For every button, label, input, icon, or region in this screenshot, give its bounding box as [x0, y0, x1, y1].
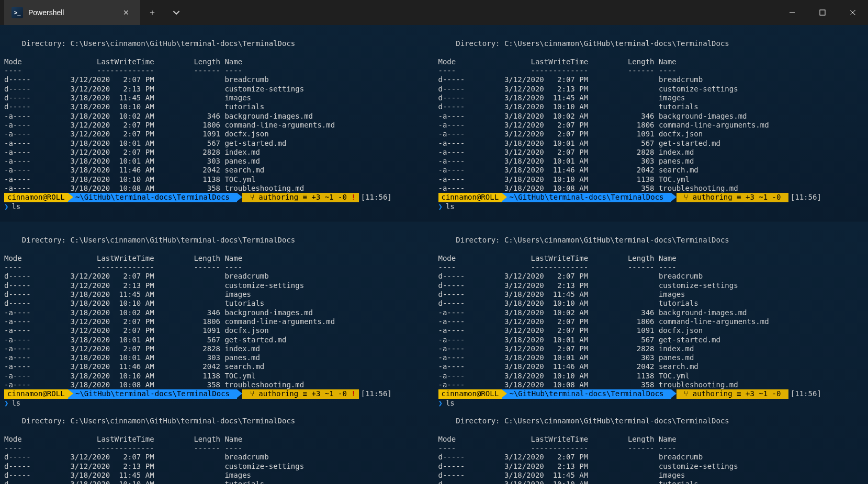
listing-row: d----- 3/18/2020 11:45 AM images	[438, 471, 864, 480]
listing-header: Mode LastWriteTime Length Name	[438, 254, 864, 263]
listing-row: d----- 3/12/2020 2:13 PM customize-setti…	[438, 85, 864, 94]
listing-row: d----- 3/18/2020 10:10 AM tutorials	[4, 299, 430, 308]
listing-row: d----- 3/18/2020 11:45 AM images	[4, 94, 430, 102]
tab-powershell[interactable]: >_ Powershell ✕	[4, 0, 140, 25]
prompt-time: [11:56]	[359, 193, 395, 202]
maximize-button[interactable]	[807, 0, 838, 25]
prompt-branch: ⑂ authoring ≡ +3 ~1 -0 !	[242, 389, 358, 398]
listing-row: d----- 3/18/2020 10:10 AM tutorials	[438, 102, 864, 111]
listing-row: -a---- 3/18/2020 10:10 AM 1138 TOC.yml	[438, 175, 864, 184]
prompt-branch: ⑂ authoring ≡ +3 ~1 -0	[677, 193, 788, 202]
listing-row: -a---- 3/12/2020 2:07 PM 2828 index.md	[4, 148, 430, 157]
tab-dropdown-button[interactable]	[164, 0, 188, 25]
listing-row: d----- 3/18/2020 11:45 AM images	[4, 471, 430, 480]
prompt-time: [11:56]	[788, 193, 825, 202]
prompt-branch: ⑂ authoring ≡ +3 ~1 -0 !	[242, 193, 358, 202]
listing-row: -a---- 3/12/2020 2:07 PM 1091 docfx.json	[4, 326, 430, 335]
listing-header: Mode LastWriteTime Length Name	[4, 57, 430, 66]
listing-row: d----- 3/18/2020 10:10 AM tutorials	[4, 102, 430, 111]
listing-row: d----- 3/12/2020 2:13 PM customize-setti…	[438, 281, 864, 290]
directory-line: Directory: C:\Users\cinnamon\GitHub\term…	[438, 417, 864, 425]
listing-row: -a---- 3/18/2020 10:02 AM 346 background…	[438, 308, 864, 317]
close-window-button[interactable]	[838, 0, 868, 25]
new-tab-button[interactable]: ＋	[140, 0, 164, 25]
pane-bottom-right[interactable]: Directory: C:\Users\cinnamon\GitHub\term…	[434, 222, 869, 484]
command-line[interactable]: ❯ls	[438, 202, 864, 211]
listing-row: -a---- 3/18/2020 10:08 AM 358 troublesho…	[438, 381, 864, 389]
listing-row: d----- 3/12/2020 2:13 PM customize-setti…	[4, 281, 430, 290]
listing-row: -a---- 3/18/2020 10:01 AM 303 panes.md	[438, 157, 864, 166]
listing-row: d----- 3/18/2020 11:45 AM images	[438, 94, 864, 102]
listing-row: d----- 3/18/2020 10:10 AM tutorials	[4, 480, 430, 484]
listing-row: d----- 3/12/2020 2:07 PM breadcrumb	[4, 453, 430, 462]
listing-rule: ---- ------------- ------ ----	[4, 66, 430, 75]
listing-row: -a---- 3/12/2020 2:07 PM 1091 docfx.json	[438, 326, 864, 335]
directory-line: Directory: C:\Users\cinnamon\GitHub\term…	[438, 236, 864, 245]
listing-row: -a---- 3/18/2020 11:46 AM 2042 search.md	[4, 362, 430, 371]
listing-row: d----- 3/18/2020 10:10 AM tutorials	[438, 480, 864, 484]
prompt-line: cinnamon@ROLL ~\GitHub\terminal-docs\Ter…	[4, 193, 430, 202]
minimize-button[interactable]	[777, 0, 807, 25]
prompt-path: ~\GitHub\terminal-docs\TerminalDocs	[502, 389, 671, 398]
listing-header: Mode LastWriteTime Length Name	[4, 254, 430, 263]
listing-row: -a---- 3/18/2020 11:46 AM 2042 search.md	[438, 166, 864, 175]
listing-row: d----- 3/18/2020 10:10 AM tutorials	[438, 299, 864, 308]
listing-row: -a---- 3/18/2020 10:01 AM 303 panes.md	[4, 157, 430, 166]
titlebar: >_ Powershell ✕ ＋	[0, 0, 868, 25]
pane-bottom-left[interactable]: Directory: C:\Users\cinnamon\GitHub\term…	[0, 222, 434, 484]
listing-row: -a---- 3/18/2020 10:10 AM 1138 TOC.yml	[4, 175, 430, 184]
command-text: ls	[446, 399, 455, 408]
window-controls	[777, 0, 868, 25]
listing-row: d----- 3/12/2020 2:13 PM customize-setti…	[438, 462, 864, 471]
tab-title: Powershell	[28, 8, 64, 17]
prompt-path: ~\GitHub\terminal-docs\TerminalDocs	[68, 193, 238, 202]
listing-rule: ---- ------------- ------ ----	[438, 263, 864, 272]
listing-rule: ---- ------------- ------ ----	[438, 444, 864, 453]
prompt-line: cinnamon@ROLL ~\GitHub\terminal-docs\Ter…	[438, 389, 864, 398]
pane-grid: Directory: C:\Users\cinnamon\GitHub\term…	[0, 25, 868, 484]
listing-row: -a---- 3/12/2020 2:07 PM 1806 command-li…	[438, 317, 864, 326]
prompt-line: cinnamon@ROLL ~\GitHub\terminal-docs\Ter…	[438, 193, 864, 202]
command-text: ls	[12, 202, 20, 211]
listing-row: -a---- 3/12/2020 2:07 PM 1806 command-li…	[438, 121, 864, 130]
listing-row: d----- 3/12/2020 2:07 PM breadcrumb	[438, 453, 864, 462]
pane-top-right[interactable]: Directory: C:\Users\cinnamon\GitHub\term…	[434, 25, 869, 222]
listing-row: -a---- 3/12/2020 2:07 PM 2828 index.md	[438, 148, 864, 157]
listing-row: -a---- 3/18/2020 10:01 AM 567 get-starte…	[4, 139, 430, 148]
listing-row: -a---- 3/18/2020 10:08 AM 358 troublesho…	[4, 381, 430, 389]
listing-row: d----- 3/18/2020 11:45 AM images	[438, 290, 864, 299]
command-line[interactable]: ❯ls	[4, 202, 430, 211]
command-line[interactable]: ❯ls	[438, 399, 864, 408]
listing-row: d----- 3/12/2020 2:13 PM customize-setti…	[4, 462, 430, 471]
listing-row: -a---- 3/18/2020 10:01 AM 567 get-starte…	[4, 336, 430, 344]
command-text: ls	[12, 399, 20, 408]
listing-header: Mode LastWriteTime Length Name	[4, 435, 430, 444]
prompt-userhost: cinnamon@ROLL	[4, 389, 68, 398]
listing-header: Mode LastWriteTime Length Name	[438, 435, 864, 444]
powershell-icon: >_	[12, 7, 23, 18]
listing-row: -a---- 3/18/2020 10:01 AM 303 panes.md	[4, 353, 430, 362]
listing-row: -a---- 3/12/2020 2:07 PM 1806 command-li…	[4, 121, 430, 130]
listing-row: d----- 3/12/2020 2:13 PM customize-setti…	[4, 85, 430, 94]
listing-row: d----- 3/18/2020 11:45 AM images	[4, 290, 430, 299]
pane-top-left[interactable]: Directory: C:\Users\cinnamon\GitHub\term…	[0, 25, 434, 222]
listing-header: Mode LastWriteTime Length Name	[438, 57, 864, 66]
listing-row: -a---- 3/12/2020 2:07 PM 2828 index.md	[4, 344, 430, 353]
close-tab-button[interactable]: ✕	[118, 5, 134, 20]
directory-line: Directory: C:\Users\cinnamon\GitHub\term…	[438, 39, 864, 48]
listing-row: -a---- 3/12/2020 2:07 PM 2828 index.md	[438, 344, 864, 353]
command-line[interactable]: ❯ls	[4, 399, 430, 408]
directory-line: Directory: C:\Users\cinnamon\GitHub\term…	[4, 39, 430, 48]
listing-row: -a---- 3/12/2020 2:07 PM 1091 docfx.json	[438, 130, 864, 139]
prompt-time: [11:56]	[788, 389, 825, 398]
listing-row: d----- 3/12/2020 2:07 PM breadcrumb	[4, 272, 430, 281]
listing-row: -a---- 3/18/2020 10:01 AM 567 get-starte…	[438, 139, 864, 148]
listing-row: -a---- 3/18/2020 10:10 AM 1138 TOC.yml	[4, 372, 430, 381]
listing-row: -a---- 3/18/2020 10:02 AM 346 background…	[438, 112, 864, 121]
prompt-time: [11:56]	[359, 389, 395, 398]
prompt-path: ~\GitHub\terminal-docs\TerminalDocs	[68, 389, 238, 398]
listing-row: -a---- 3/18/2020 11:46 AM 2042 search.md	[4, 166, 430, 175]
directory-line: Directory: C:\Users\cinnamon\GitHub\term…	[4, 236, 430, 245]
listing-row: -a---- 3/18/2020 10:08 AM 358 troublesho…	[438, 184, 864, 193]
listing-row: -a---- 3/18/2020 11:46 AM 2042 search.md	[438, 362, 864, 371]
